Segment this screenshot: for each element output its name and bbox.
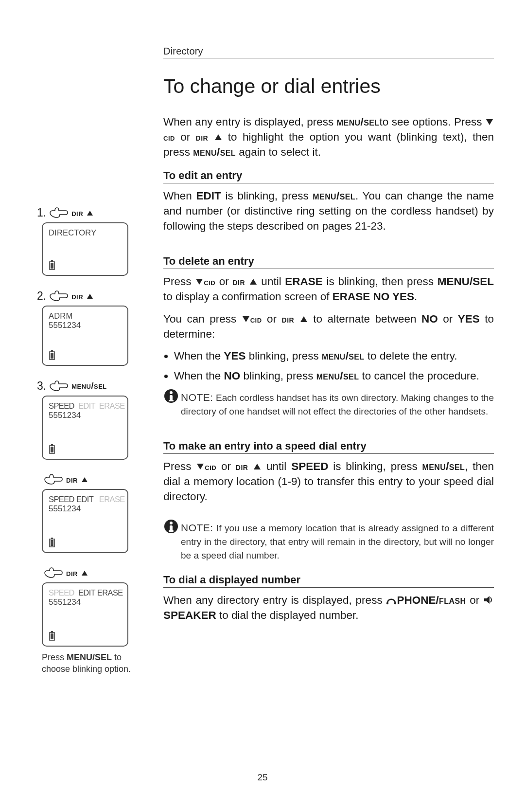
menusel-label: menu/sel xyxy=(337,116,380,128)
svg-marker-11 xyxy=(254,464,261,469)
page-number: 25 xyxy=(0,772,525,783)
up-triangle-icon xyxy=(81,476,88,483)
list-item: When the NO blinking, press menu/sel to … xyxy=(174,368,494,383)
edit-para: When EDIT is blinking, press menu/sel. Y… xyxy=(163,188,494,234)
svg-rect-29 xyxy=(51,447,53,452)
phone-icon xyxy=(386,595,397,605)
svg-point-16 xyxy=(386,602,388,604)
hand-pointer-icon xyxy=(49,290,69,303)
sidebar-step-3b: dir SPEED EDIT ERASE 5551234 xyxy=(37,473,160,553)
svg-rect-37 xyxy=(51,633,53,639)
sidebar-step-1: 1. dir DIRECTORY xyxy=(37,206,160,276)
down-triangle-icon xyxy=(485,118,494,126)
down-triangle-icon xyxy=(195,278,204,286)
info-icon xyxy=(163,519,179,534)
delete-para-1: Press cid or dir until ERASE is blinking… xyxy=(163,274,494,304)
speed-heading: To make an entry into a speed dial entry xyxy=(163,440,494,454)
speed-note: NOTE: If you use a memory location that … xyxy=(163,521,494,562)
svg-point-17 xyxy=(394,602,396,604)
list-item: When the YES blinking, press menu/sel to… xyxy=(174,348,494,363)
down-triangle-icon xyxy=(196,463,205,470)
svg-marker-34 xyxy=(82,571,88,576)
svg-marker-5 xyxy=(300,316,307,322)
svg-rect-22 xyxy=(51,263,53,269)
sidebar-step-3: 3. menu/sel SPEED EDIT ERASE 5551234 xyxy=(37,379,160,460)
cid-label: cid xyxy=(163,132,175,143)
svg-rect-15 xyxy=(169,530,174,532)
svg-marker-10 xyxy=(197,464,204,469)
svg-marker-3 xyxy=(250,279,257,285)
svg-marker-19 xyxy=(87,211,93,216)
dial-para: When any directory entry is displayed, p… xyxy=(163,593,494,623)
lcd-screen-5: SPEED EDIT ERASE 5551234 xyxy=(42,582,128,647)
edit-heading: To edit an entry xyxy=(163,169,494,183)
svg-rect-9 xyxy=(169,400,174,401)
svg-marker-18 xyxy=(484,596,490,604)
svg-marker-2 xyxy=(196,279,203,285)
delete-para-2: You can press cid or dir to alternate be… xyxy=(163,311,494,342)
lcd-screen-1: DIRECTORY xyxy=(42,222,128,276)
battery-icon xyxy=(49,260,55,270)
sidebar-step-2: 2. dir ADRM 5551234 xyxy=(37,289,160,366)
up-triangle-icon xyxy=(253,463,262,470)
svg-rect-26 xyxy=(51,353,53,359)
hand-pointer-icon xyxy=(44,567,63,579)
svg-marker-4 xyxy=(243,316,249,322)
up-triangle-icon xyxy=(86,210,94,217)
section-header: Directory xyxy=(163,46,494,58)
menusel-label: menu/sel xyxy=(193,146,236,158)
speaker-icon xyxy=(483,595,494,605)
dir-label: dir xyxy=(196,132,209,143)
delete-bullets: When the YES blinking, press menu/sel to… xyxy=(163,348,494,383)
svg-marker-0 xyxy=(486,119,493,125)
speed-para: Press cid or dir until SPEED is blinking… xyxy=(163,459,494,504)
svg-point-7 xyxy=(170,391,173,394)
up-triangle-icon xyxy=(214,133,223,141)
lcd-screen-3: SPEED EDIT ERASE 5551234 xyxy=(42,396,128,460)
manual-page: Directory To change or dial entries When… xyxy=(0,0,525,812)
down-triangle-icon xyxy=(242,315,250,323)
info-icon xyxy=(163,388,179,404)
battery-icon xyxy=(49,631,55,641)
svg-rect-33 xyxy=(51,540,53,546)
svg-marker-1 xyxy=(215,134,222,140)
delete-heading: To delete an entry xyxy=(163,255,494,269)
hand-pointer-icon xyxy=(44,473,63,486)
lcd-screen-4: SPEED EDIT ERASE 5551234 xyxy=(42,489,128,553)
sidebar-step-3c: dir SPEED EDIT ERASE 5551234 xyxy=(37,567,160,647)
sidebar-caption: Press MENU/SEL to choose blinking option… xyxy=(42,651,139,675)
svg-point-13 xyxy=(170,522,173,524)
hand-pointer-icon xyxy=(49,207,69,219)
sidebar: 1. dir DIRECTORY 2. dir ADRM 5551234 xyxy=(37,206,160,675)
up-triangle-icon xyxy=(86,293,94,300)
hand-pointer-icon xyxy=(49,380,69,393)
up-triangle-icon xyxy=(249,278,258,286)
battery-icon xyxy=(49,444,55,454)
dial-heading: To dial a displayed number xyxy=(163,574,494,588)
svg-marker-23 xyxy=(87,294,93,299)
intro-paragraph: When any entry is displayed, press menu/… xyxy=(163,114,494,160)
up-triangle-icon xyxy=(81,570,88,577)
main-column: Directory To change or dial entries When… xyxy=(163,46,494,623)
page-title: To change or dial entries xyxy=(163,75,494,98)
svg-marker-30 xyxy=(82,477,88,482)
lcd-screen-2: ADRM 5551234 xyxy=(42,306,128,366)
delete-note: NOTE: Each cordless handset has its own … xyxy=(163,390,494,418)
battery-icon xyxy=(49,538,55,547)
battery-icon xyxy=(49,350,55,360)
up-triangle-icon xyxy=(299,315,308,323)
